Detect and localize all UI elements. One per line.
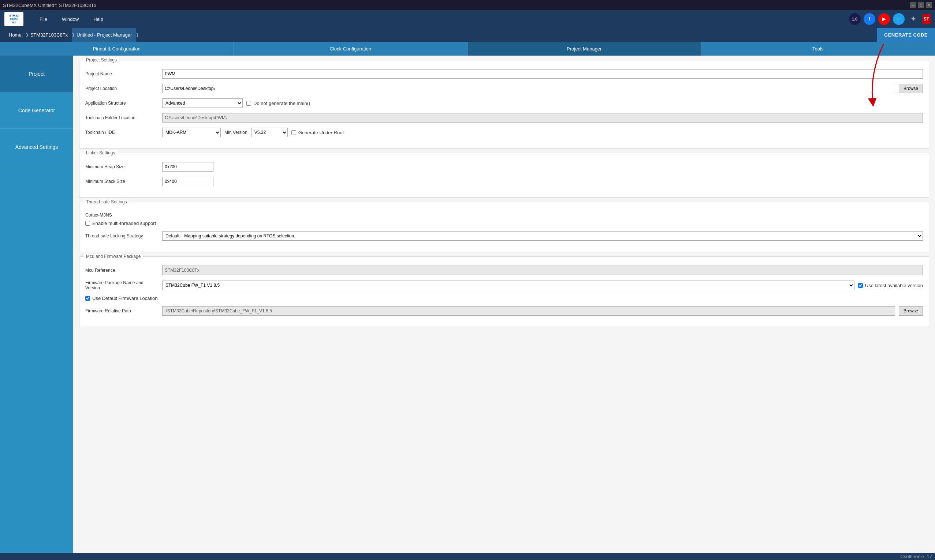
st-logo-icon[interactable]: ST bbox=[922, 14, 930, 24]
sidebar-item-project[interactable]: Project bbox=[0, 55, 73, 92]
menu-file[interactable]: File bbox=[32, 10, 54, 28]
menu-window[interactable]: Window bbox=[54, 10, 86, 28]
toolchain-ide-row: Toolchain / IDE MDK-ARM EWARM STM32CubeI… bbox=[85, 128, 923, 137]
generate-code-button[interactable]: GENERATE CODE bbox=[877, 28, 935, 42]
project-location-label: Project Location bbox=[85, 86, 159, 91]
mcu-firmware-card: Mcu and Firmware Package Mcu Reference F… bbox=[79, 256, 929, 327]
breadcrumb-mcu[interactable]: STM32F103C8Tx bbox=[26, 28, 73, 42]
breadcrumb-project[interactable]: Untitled - Project Manager bbox=[72, 28, 136, 42]
use-default-location-row: Use Default Firmware Location bbox=[85, 295, 923, 301]
enable-multithread-checkbox[interactable] bbox=[85, 221, 90, 226]
mcu-ref-row: Mcu Reference bbox=[85, 266, 923, 275]
cortex-label: Cortex-M3NS bbox=[85, 212, 923, 218]
fw-package-label: Firmware Package Name and Version bbox=[85, 280, 159, 291]
use-default-location-label[interactable]: Use Default Firmware Location bbox=[85, 295, 157, 301]
project-name-label: Project Name bbox=[85, 71, 159, 77]
minimize-button[interactable]: ─ bbox=[910, 2, 916, 8]
mcu-firmware-title: Mcu and Firmware Package bbox=[84, 254, 143, 259]
do-not-generate-checkbox[interactable] bbox=[246, 101, 251, 106]
content-area: Project Settings Project Name Project Lo… bbox=[73, 55, 935, 560]
mcu-ref-label: Mcu Reference bbox=[85, 268, 159, 273]
version-icon: 1.0 bbox=[849, 13, 861, 25]
breadcrumb-bar: Home STM32F103C8Tx Untitled - Project Ma… bbox=[0, 28, 935, 42]
tab-pinout[interactable]: Pinout & Configuration bbox=[0, 42, 234, 55]
use-latest-label[interactable]: Use latest available version bbox=[858, 283, 923, 288]
menu-bar: STM32 Cube MX File Window Help 1.0 f ▶ 🐦… bbox=[0, 10, 935, 28]
youtube-icon[interactable]: ▶ bbox=[878, 13, 890, 25]
min-version-select[interactable]: V5.32 bbox=[251, 128, 288, 137]
project-name-row: Project Name bbox=[85, 69, 923, 78]
locking-strategy-label: Thread-safe Locking Strategy bbox=[85, 233, 159, 238]
close-button[interactable]: ✕ bbox=[926, 2, 932, 8]
tab-tools[interactable]: Tools bbox=[701, 42, 935, 55]
tab-bar: Pinout & Configuration Clock Configurati… bbox=[0, 42, 935, 55]
twitter-icon[interactable]: 🐦 bbox=[893, 13, 905, 25]
project-settings-card: Project Settings Project Name Project Lo… bbox=[79, 60, 929, 149]
toolchain-folder-row: Toolchain Folder Location bbox=[85, 113, 923, 123]
enable-multithread-row: Enable multi-threaded support bbox=[85, 220, 923, 226]
app-title: STM32CubeMX Untitled*: STM32F103C8Tx bbox=[3, 3, 96, 8]
locking-strategy-row: Thread-safe Locking Strategy Default – M… bbox=[85, 231, 923, 241]
project-location-row: Project Location Browse bbox=[85, 84, 923, 93]
generate-under-root-checkbox[interactable] bbox=[292, 130, 296, 135]
stack-size-input[interactable] bbox=[162, 177, 213, 186]
min-version-group: Min Version V5.32 Generate Under Root bbox=[224, 128, 344, 137]
logo-cube: Cube bbox=[10, 17, 18, 21]
stack-size-label: Minimum Stack Size bbox=[85, 179, 159, 184]
facebook-icon[interactable]: f bbox=[864, 13, 875, 25]
fw-relative-path-row: Firmware Relative Path Browse bbox=[85, 306, 923, 316]
menu-help[interactable]: Help bbox=[86, 10, 111, 28]
status-text: Csoftleonie_17 bbox=[900, 554, 932, 559]
breadcrumb-home[interactable]: Home bbox=[5, 28, 26, 42]
toolchain-folder-label: Toolchain Folder Location bbox=[85, 115, 159, 120]
toolchain-ide-label: Toolchain / IDE bbox=[85, 130, 159, 135]
heap-size-input[interactable] bbox=[162, 162, 213, 172]
fw-relative-path-browse-button[interactable]: Browse bbox=[899, 306, 923, 316]
toolchain-folder-input[interactable] bbox=[162, 113, 923, 123]
tab-clock[interactable]: Clock Configuration bbox=[234, 42, 468, 55]
sidebar-item-code-generator[interactable]: Code Generator bbox=[0, 92, 73, 129]
fw-relative-path-label: Firmware Relative Path bbox=[85, 308, 159, 314]
locking-strategy-select[interactable]: Default – Mapping suitable strategy depe… bbox=[162, 231, 923, 241]
logo-stm32: STM32 bbox=[9, 14, 19, 17]
project-location-browse-button[interactable]: Browse bbox=[899, 84, 923, 93]
use-default-location-checkbox[interactable] bbox=[85, 296, 90, 301]
heap-size-label: Minimum Heap Size bbox=[85, 164, 159, 169]
min-version-label: Min Version bbox=[224, 130, 247, 135]
project-location-input[interactable] bbox=[162, 84, 895, 93]
fw-package-select[interactable]: STM32Cube FW_F1 V1.8.5 bbox=[162, 280, 855, 290]
linker-settings-title: Linker Settings bbox=[84, 150, 117, 155]
app-structure-label: Application Structure bbox=[85, 101, 159, 106]
project-name-input[interactable] bbox=[162, 69, 923, 78]
fw-package-row: Firmware Package Name and Version STM32C… bbox=[85, 280, 923, 291]
social-icons: 1.0 f ▶ 🐦 ✦ ST bbox=[849, 13, 930, 25]
maximize-button[interactable]: □ bbox=[918, 2, 924, 8]
project-settings-title: Project Settings bbox=[84, 57, 119, 63]
tab-project-manager[interactable]: Project Manager bbox=[468, 42, 701, 55]
title-bar: STM32CubeMX Untitled*: STM32F103C8Tx ─ □… bbox=[0, 0, 935, 10]
do-not-generate-label[interactable]: Do not generate the main() bbox=[246, 101, 310, 106]
logo: STM32 Cube MX bbox=[5, 12, 23, 26]
main-content: Project Code Generator Advanced Settings… bbox=[0, 55, 935, 560]
mcu-ref-input bbox=[162, 266, 923, 275]
status-bar: Csoftleonie_17 bbox=[0, 553, 935, 560]
thread-safe-card: Thread-safe Settings Cortex-M3NS Enable … bbox=[79, 202, 929, 252]
app-structure-row: Application Structure Advanced Basic Do … bbox=[85, 98, 923, 108]
generate-under-root-label[interactable]: Generate Under Root bbox=[292, 130, 344, 135]
thread-safe-title: Thread-safe Settings bbox=[84, 199, 129, 205]
toolchain-ide-select[interactable]: MDK-ARM EWARM STM32CubeIDE bbox=[162, 128, 221, 137]
logo-mx: MX bbox=[12, 21, 16, 24]
use-latest-checkbox[interactable] bbox=[858, 283, 863, 288]
stack-size-row: Minimum Stack Size bbox=[85, 177, 923, 186]
st-network-icon[interactable]: ✦ bbox=[907, 13, 919, 25]
heap-size-row: Minimum Heap Size bbox=[85, 162, 923, 172]
sidebar-item-advanced-settings[interactable]: Advanced Settings bbox=[0, 129, 73, 165]
linker-settings-card: Linker Settings Minimum Heap Size Minimu… bbox=[79, 153, 929, 197]
app-structure-select[interactable]: Advanced Basic bbox=[162, 98, 243, 108]
sidebar: Project Code Generator Advanced Settings bbox=[0, 55, 73, 560]
enable-multithread-label[interactable]: Enable multi-threaded support bbox=[85, 220, 156, 226]
menu-items: File Window Help bbox=[32, 10, 849, 28]
window-controls: ─ □ ✕ bbox=[910, 2, 932, 8]
fw-relative-path-input bbox=[162, 306, 895, 316]
